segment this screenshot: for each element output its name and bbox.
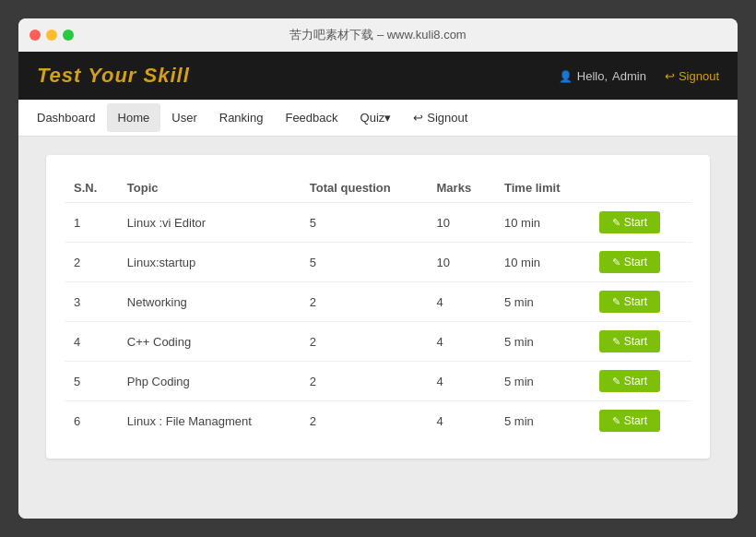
- nav-ranking[interactable]: Ranking: [208, 103, 275, 132]
- cell-topic: Networking: [118, 282, 301, 322]
- cell-sn: 6: [65, 401, 118, 441]
- table-row: 2 Linux:startup 5 10 10 min ✎ Start: [65, 243, 691, 282]
- start-button[interactable]: ✎ Start: [599, 370, 660, 392]
- cell-action: ✎ Start: [590, 203, 691, 243]
- cell-sn: 1: [65, 203, 118, 243]
- cell-sn: 5: [65, 362, 118, 401]
- nav-feedback[interactable]: Feedback: [274, 103, 348, 132]
- cell-total-question: 5: [301, 203, 428, 243]
- cell-topic: C++ Coding: [118, 322, 301, 362]
- cell-action: ✎ Start: [590, 362, 691, 401]
- start-icon: ✎: [612, 217, 620, 229]
- hello-label: Hello,: [577, 69, 608, 83]
- cell-total-question: 2: [301, 401, 428, 441]
- start-label: Start: [624, 375, 647, 388]
- start-icon: ✎: [612, 296, 620, 308]
- cell-marks: 10: [428, 243, 496, 282]
- col-time-limit: Time limit: [495, 173, 590, 203]
- nav-bar: Dashboard Home User Ranking Feedback Qui…: [18, 100, 738, 137]
- cell-action: ✎ Start: [590, 322, 691, 362]
- cell-action: ✎ Start: [590, 401, 691, 441]
- start-label: Start: [624, 295, 647, 308]
- start-button[interactable]: ✎ Start: [599, 291, 660, 313]
- minimize-button[interactable]: [46, 30, 57, 41]
- quiz-table: S.N. Topic Total question Marks Time lim…: [65, 173, 691, 440]
- maximize-button[interactable]: [63, 30, 74, 41]
- header-signout-button[interactable]: Signout: [665, 69, 719, 83]
- cell-marks: 4: [428, 282, 496, 322]
- start-icon: ✎: [612, 376, 620, 388]
- cell-topic: Php Coding: [118, 362, 301, 401]
- username-label: Admin: [612, 69, 646, 83]
- cell-time-limit: 5 min: [495, 322, 590, 362]
- start-icon: ✎: [612, 415, 620, 427]
- start-icon: ✎: [612, 257, 620, 268]
- cell-action: ✎ Start: [590, 282, 691, 322]
- start-label: Start: [624, 414, 647, 427]
- col-action: [590, 173, 691, 203]
- title-bar: 苦力吧素材下载 – www.kuli8.com: [18, 18, 738, 52]
- close-button[interactable]: [30, 30, 41, 41]
- header-right: Hello, Admin Signout: [559, 69, 719, 83]
- cell-total-question: 2: [301, 362, 428, 401]
- cell-marks: 4: [428, 322, 496, 362]
- table-header-row: S.N. Topic Total question Marks Time lim…: [65, 173, 691, 203]
- cell-topic: Linux :vi Editor: [118, 203, 301, 243]
- cell-time-limit: 5 min: [495, 401, 590, 441]
- main-content: S.N. Topic Total question Marks Time lim…: [18, 137, 738, 519]
- start-button[interactable]: ✎ Start: [599, 330, 660, 352]
- start-button[interactable]: ✎ Start: [599, 410, 660, 432]
- signout-label: Signout: [679, 69, 719, 83]
- nav-home[interactable]: Home: [107, 103, 161, 132]
- table-row: 3 Networking 2 4 5 min ✎ Start: [65, 282, 691, 322]
- cell-marks: 4: [428, 362, 496, 401]
- cell-sn: 2: [65, 243, 118, 282]
- table-row: 6 Linux : File Managment 2 4 5 min ✎ Sta…: [65, 401, 691, 441]
- col-total-question: Total question: [301, 173, 428, 203]
- nav-signout-icon: ↩: [413, 111, 423, 125]
- table-card: S.N. Topic Total question Marks Time lim…: [46, 155, 710, 459]
- start-button[interactable]: ✎ Start: [599, 251, 660, 273]
- cell-time-limit: 5 min: [495, 362, 590, 401]
- app-title: Test Your Skill: [37, 64, 190, 88]
- cell-time-limit: 5 min: [495, 282, 590, 322]
- table-row: 4 C++ Coding 2 4 5 min ✎ Start: [65, 322, 691, 362]
- title-bar-text: 苦力吧素材下载 – www.kuli8.com: [289, 27, 466, 43]
- cell-topic: Linux : File Managment: [118, 401, 301, 441]
- cell-action: ✎ Start: [590, 243, 691, 282]
- start-label: Start: [624, 335, 647, 348]
- hello-user: Hello, Admin: [559, 69, 646, 83]
- signout-icon: [665, 69, 675, 83]
- cell-sn: 4: [65, 322, 118, 362]
- col-topic: Topic: [118, 173, 301, 203]
- start-icon: ✎: [612, 336, 620, 348]
- nav-quiz[interactable]: Quiz▾: [349, 103, 403, 132]
- table-row: 1 Linux :vi Editor 5 10 10 min ✎ Start: [65, 203, 691, 243]
- cell-sn: 3: [65, 282, 118, 322]
- start-label: Start: [624, 256, 647, 268]
- col-sn: S.N.: [65, 173, 118, 203]
- cell-topic: Linux:startup: [118, 243, 301, 282]
- cell-total-question: 2: [301, 322, 428, 362]
- cell-marks: 4: [428, 401, 496, 441]
- app-header: Test Your Skill Hello, Admin Signout: [18, 52, 738, 100]
- nav-signout[interactable]: ↩ Signout: [402, 103, 478, 132]
- table-row: 5 Php Coding 2 4 5 min ✎ Start: [65, 362, 691, 401]
- nav-dashboard[interactable]: Dashboard: [26, 103, 107, 132]
- col-marks: Marks: [428, 173, 496, 203]
- nav-user[interactable]: User: [160, 103, 207, 132]
- nav-signout-label: Signout: [427, 111, 467, 125]
- user-icon: [559, 69, 573, 83]
- cell-time-limit: 10 min: [495, 203, 590, 243]
- window-controls: [30, 30, 74, 41]
- start-label: Start: [624, 216, 647, 229]
- cell-total-question: 2: [301, 282, 428, 322]
- start-button[interactable]: ✎ Start: [599, 211, 660, 233]
- cell-time-limit: 10 min: [495, 243, 590, 282]
- cell-marks: 10: [428, 203, 496, 243]
- cell-total-question: 5: [301, 243, 428, 282]
